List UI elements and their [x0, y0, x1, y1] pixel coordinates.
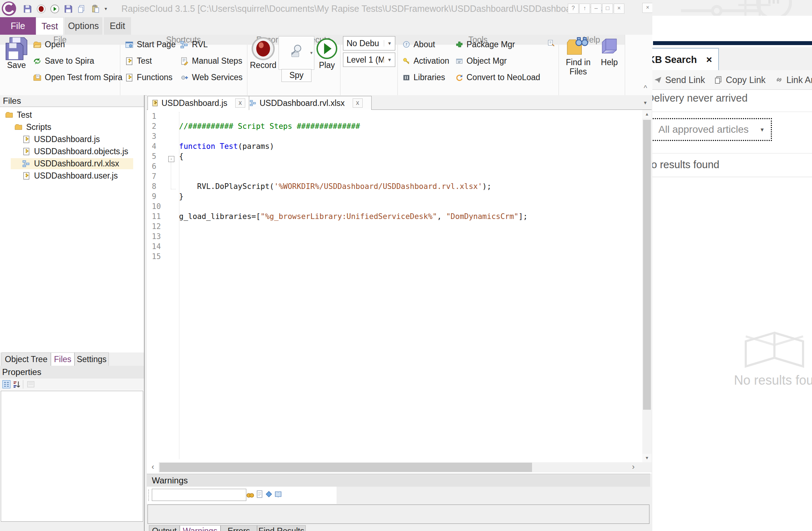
- collapse-ribbon-icon[interactable]: ^: [644, 84, 647, 92]
- editor-tab-usddashboard-js[interactable]: USDDashboard.js x: [148, 96, 249, 110]
- close-tab-icon[interactable]: x: [353, 98, 363, 108]
- spy-button[interactable]: ▾: [279, 36, 314, 70]
- help-button[interactable]: Help: [597, 36, 622, 67]
- play-button[interactable]: Play: [316, 37, 338, 70]
- activation-button[interactable]: Activation: [402, 56, 449, 66]
- tree-item-test[interactable]: Test: [0, 109, 149, 121]
- background-close-icon[interactable]: ×: [642, 3, 653, 13]
- send-link-button[interactable]: Send Link: [654, 75, 705, 85]
- sort-az-icon[interactable]: [12, 380, 21, 389]
- quick-save-button[interactable]: [23, 4, 32, 14]
- object-mgr-button[interactable]: Object Mgr: [455, 56, 507, 66]
- property-pages-icon[interactable]: [26, 380, 35, 389]
- warnings-list[interactable]: [148, 505, 649, 524]
- tab-edit[interactable]: Edit: [104, 17, 131, 35]
- js-file-icon: [151, 99, 159, 107]
- scroll-left-icon[interactable]: ‹: [147, 462, 159, 472]
- rvl-button[interactable]: RVL: [180, 40, 208, 49]
- close-tab-icon[interactable]: x: [235, 98, 245, 108]
- spy-dropdown-icon[interactable]: ▾: [310, 50, 313, 55]
- web-services-button[interactable]: Web Services: [180, 73, 242, 82]
- libraries-button[interactable]: Libraries: [402, 73, 445, 82]
- page-icon[interactable]: [256, 490, 264, 498]
- tree-item-usddashboard-user-js[interactable]: USDDashboard.user.js: [0, 170, 166, 181]
- tab-files[interactable]: Files: [51, 352, 74, 366]
- find-icon[interactable]: [246, 491, 254, 499]
- tree-item-scripts[interactable]: Scripts: [0, 122, 158, 133]
- ribbon-tab-bar: File Test Options Edit: [0, 17, 652, 35]
- close-button[interactable]: ×: [614, 4, 624, 14]
- debug-mode-dropdown[interactable]: No Debu ▾: [343, 36, 395, 50]
- tab-find-results[interactable]: Find Results: [257, 525, 306, 531]
- tab-object-tree[interactable]: Object Tree: [1, 352, 51, 366]
- code-line: 3: [147, 131, 642, 141]
- qat-overflow-icon[interactable]: ▾: [105, 6, 107, 11]
- tab-errors[interactable]: Errors: [221, 525, 257, 531]
- kb-search-tab[interactable]: KB Search ×: [652, 48, 719, 71]
- quick-play-button[interactable]: [50, 4, 59, 14]
- tree-item-usddashboard-objects-js[interactable]: USDDashboard.objects.js: [0, 146, 166, 157]
- quick-paste-button[interactable]: [91, 4, 100, 14]
- about-button[interactable]: ? About: [402, 40, 435, 49]
- warnings-filter-input[interactable]: [152, 489, 246, 501]
- scroll-down-icon[interactable]: ▾: [642, 454, 652, 462]
- link-article-button[interactable]: Link Article: [775, 75, 812, 85]
- save-to-spira-button[interactable]: Save to Spira: [33, 56, 94, 66]
- open-button[interactable]: Open: [33, 40, 65, 49]
- diamond-icon[interactable]: [265, 490, 273, 498]
- hscroll-thumb[interactable]: [160, 463, 532, 472]
- tab-warnings[interactable]: Warnings: [180, 525, 221, 531]
- play-button-label: Play: [316, 60, 338, 70]
- quick-save-as-button[interactable]: [64, 4, 73, 14]
- tree-item-usddashboard-rvl-xlsx[interactable]: USDDashboard.rvl.xlsx: [11, 158, 133, 169]
- package-mgr-button[interactable]: Package Mgr: [455, 40, 515, 49]
- spy-button-label[interactable]: Spy: [281, 69, 311, 82]
- code-line: 9}: [147, 191, 642, 201]
- test-shortcut-button[interactable]: Test: [125, 56, 152, 66]
- quick-record-button[interactable]: [37, 4, 46, 14]
- manual-steps-button[interactable]: Manual Steps: [180, 56, 242, 66]
- copy-icon: [714, 75, 723, 84]
- scroll-up-icon[interactable]: ▴: [642, 110, 652, 118]
- functions-button[interactable]: Functions: [125, 73, 173, 82]
- categorized-view-icon[interactable]: [2, 380, 11, 389]
- fold-collapse-icon[interactable]: -: [168, 156, 174, 162]
- kb-search-query[interactable]: Delivery never arrived: [652, 92, 812, 104]
- record-button[interactable]: Record: [250, 37, 276, 70]
- editor-hscrollbar[interactable]: ‹ ›: [147, 462, 652, 472]
- maximize-button[interactable]: □: [602, 4, 613, 14]
- save-button[interactable]: Save: [3, 37, 30, 70]
- book-icon[interactable]: [274, 490, 282, 498]
- open-test-from-spira-button[interactable]: Open Test from Spira: [33, 73, 122, 82]
- code-area[interactable]: 1 2//########## Script Steps ###########…: [147, 110, 642, 462]
- tree-item-usddashboard-js[interactable]: USDDashboard.js: [0, 134, 166, 145]
- kb-filter-dropdown[interactable]: All approved articles ▾: [652, 118, 772, 141]
- properties-grid[interactable]: [1, 391, 143, 522]
- verbosity-dropdown[interactable]: Level 1 (M ▾: [343, 53, 395, 67]
- copy-link-button[interactable]: Copy Link: [714, 75, 765, 85]
- find-in-files-button[interactable]: Find in Files: [562, 36, 594, 76]
- minimize-button[interactable]: –: [591, 4, 601, 14]
- window-title: RapiseCloud 3.1.5 [C:\Users\squirrel\Doc…: [121, 4, 607, 14]
- start-page-button[interactable]: Start Page: [125, 40, 176, 49]
- tab-list-dropdown-icon[interactable]: ▾: [644, 99, 647, 106]
- tools-dialog-launcher-icon[interactable]: [547, 39, 555, 47]
- activation-label: Activation: [414, 56, 449, 66]
- editor-tab-usddashboard-rvl-xlsx[interactable]: USDDashboard.rvl.xlsx x: [246, 96, 372, 110]
- close-kb-tab-icon[interactable]: ×: [706, 54, 712, 65]
- quick-copy-button[interactable]: [77, 4, 87, 14]
- convert-to-neoload-button[interactable]: Convert to NeoLoad: [455, 73, 540, 82]
- tab-settings[interactable]: Settings: [74, 352, 109, 366]
- scroll-right-icon[interactable]: ›: [627, 462, 639, 472]
- tab-output[interactable]: Output: [149, 525, 180, 531]
- tab-options[interactable]: Options: [64, 17, 102, 35]
- js-file-icon: [125, 73, 134, 82]
- tab-file[interactable]: File: [0, 17, 36, 35]
- help-window-button[interactable]: ?: [568, 4, 579, 14]
- editor-vscrollbar[interactable]: ▴ ▾: [642, 110, 652, 462]
- pin-window-button[interactable]: ↑: [579, 4, 590, 14]
- tab-test[interactable]: Test: [36, 17, 64, 35]
- vscroll-thumb[interactable]: [643, 120, 651, 410]
- code-editor: USDDashboard.js x USDDashboard.rvl.xlsx …: [147, 95, 652, 474]
- toolbar-gripper[interactable]: [148, 489, 151, 501]
